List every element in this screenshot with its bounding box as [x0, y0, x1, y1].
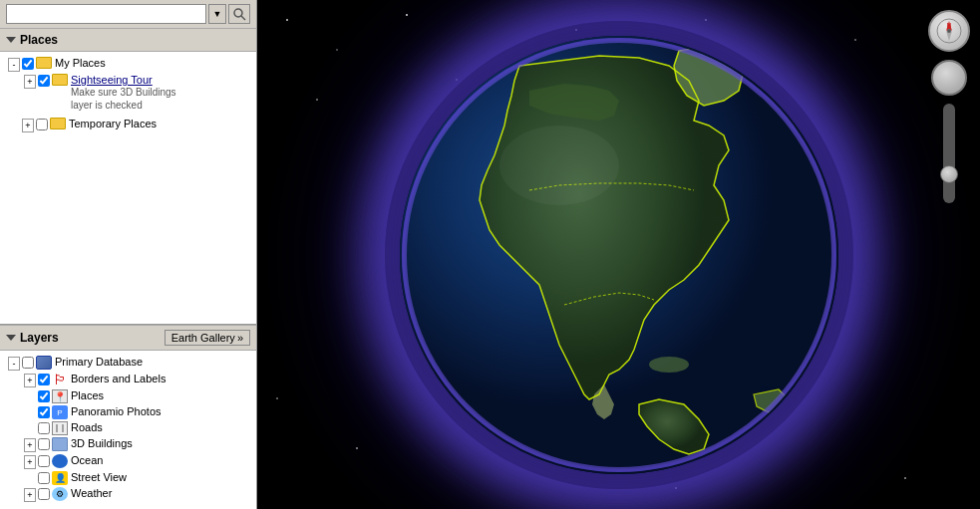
sightseeing-label[interactable]: Sightseeing Tour	[71, 74, 176, 86]
list-item: + 3D Buildings	[0, 436, 256, 453]
compass-icon: N	[935, 17, 963, 45]
primary-db-checkbox[interactable]	[22, 357, 34, 369]
places-section: Places - My Places + Sightseeing Tour Ma…	[0, 29, 256, 325]
places-layer-label[interactable]: Places	[71, 389, 104, 401]
list-item: + ⚙ Weather	[0, 486, 256, 503]
svg-point-26	[499, 126, 619, 205]
weather-icon: ⚙	[52, 487, 68, 501]
svg-point-23	[649, 357, 689, 373]
svg-point-18	[854, 39, 856, 41]
temp-places-folder-icon	[50, 118, 66, 129]
3d-icon	[52, 437, 68, 451]
sightseeing-checkbox[interactable]	[38, 75, 50, 87]
search-input[interactable]	[6, 4, 206, 24]
list-item: + Sightseeing Tour Make sure 3D Building…	[0, 73, 256, 113]
layers-content: - Primary Database + 🏳 Borders and Label…	[0, 351, 256, 507]
ocean-checkbox[interactable]	[38, 455, 50, 467]
places-label: Places	[20, 33, 58, 47]
layers-collapse-icon	[6, 335, 16, 341]
nav-circle[interactable]	[931, 60, 967, 96]
sightseeing-folder-icon	[52, 74, 68, 86]
primary-db-label[interactable]: Primary Database	[55, 356, 143, 368]
svg-point-0	[234, 9, 242, 17]
svg-point-15	[356, 447, 358, 449]
my-places-expand[interactable]: -	[8, 58, 20, 72]
borders-checkbox[interactable]	[38, 374, 50, 385]
svg-point-19	[904, 477, 906, 479]
search-go-btn[interactable]	[228, 4, 250, 24]
list-item: + Temporary Places	[0, 117, 256, 133]
weather-label[interactable]: Weather	[71, 487, 112, 499]
sightseeing-subtext: Make sure 3D Buildingslayer is checked	[71, 86, 176, 112]
borders-expand[interactable]: +	[24, 374, 36, 387]
globe[interactable]	[400, 36, 838, 474]
ocean-label[interactable]: Ocean	[71, 454, 103, 466]
svg-point-5	[286, 19, 288, 21]
panoramio-icon: P	[52, 405, 68, 419]
svg-line-1	[241, 16, 245, 20]
roads-label[interactable]: Roads	[71, 421, 103, 433]
places-header[interactable]: Places	[0, 29, 256, 52]
compass-button[interactable]: N	[928, 10, 970, 52]
earth-gallery-btn[interactable]: Earth Gallery »	[164, 330, 250, 346]
weather-checkbox[interactable]	[38, 488, 50, 500]
temp-places-checkbox[interactable]	[36, 119, 48, 130]
layers-section: Layers Earth Gallery » - Primary Databas…	[0, 325, 256, 509]
svg-point-6	[336, 49, 338, 51]
svg-point-12	[705, 19, 707, 21]
globe-map-svg	[400, 36, 838, 474]
svg-point-30	[947, 29, 951, 33]
weather-expand[interactable]: +	[24, 488, 36, 502]
panoramio-checkbox[interactable]	[38, 406, 50, 418]
borders-label[interactable]: Borders and Labels	[71, 373, 165, 384]
layers-header-left: Layers	[6, 331, 59, 345]
temp-places-label[interactable]: Temporary Places	[69, 118, 157, 129]
my-places-folder-icon	[36, 57, 52, 69]
sightseeing-expand[interactable]: +	[24, 75, 36, 89]
earth-gallery-arrow: »	[237, 332, 243, 344]
panoramio-label[interactable]: Panoramio Photos	[71, 405, 162, 417]
left-panel: ▼ Places - My Places +	[0, 0, 257, 509]
list-item: 👤 Street View	[0, 470, 256, 486]
globe-container[interactable]	[400, 36, 838, 474]
places-layer-checkbox[interactable]	[38, 390, 50, 402]
roads-icon	[52, 421, 68, 435]
primary-db-expand[interactable]: -	[8, 357, 20, 371]
list-item: 📍 Places	[0, 388, 256, 404]
zoom-thumb[interactable]	[940, 165, 958, 183]
svg-text:N: N	[947, 22, 951, 28]
earth-gallery-label: Earth Gallery	[171, 332, 235, 344]
list-item: Roads	[0, 420, 256, 436]
svg-point-14	[276, 397, 278, 399]
places-content: - My Places + Sightseeing Tour Make sure…	[0, 52, 256, 137]
svg-point-9	[316, 99, 318, 101]
primary-db-icon	[36, 356, 52, 370]
layers-label: Layers	[20, 331, 59, 345]
3d-checkbox[interactable]	[38, 438, 50, 450]
map-controls: N	[928, 10, 970, 203]
my-places-label[interactable]: My Places	[55, 57, 106, 69]
my-places-checkbox[interactable]	[22, 58, 34, 70]
street-view-checkbox[interactable]	[38, 472, 50, 484]
borders-icon: 🏳	[52, 373, 68, 386]
search-area: ▼	[0, 0, 256, 29]
list-item: - My Places	[0, 56, 256, 73]
layers-header: Layers Earth Gallery »	[0, 325, 256, 351]
roads-checkbox[interactable]	[38, 422, 50, 434]
svg-point-10	[575, 29, 577, 31]
3d-expand[interactable]: +	[24, 438, 36, 452]
zoom-track	[943, 104, 955, 203]
map-area[interactable]: N	[257, 0, 980, 509]
places-collapse-icon	[6, 37, 16, 43]
3d-label[interactable]: 3D Buildings	[71, 437, 133, 449]
list-item: - Primary Database	[0, 355, 256, 372]
street-view-label[interactable]: Street View	[71, 471, 127, 483]
temp-places-expand[interactable]: +	[22, 119, 34, 132]
search-dropdown-btn[interactable]: ▼	[208, 4, 226, 24]
list-item: + 🏳 Borders and Labels	[0, 372, 256, 388]
search-icon	[232, 7, 246, 21]
ocean-expand[interactable]: +	[24, 455, 36, 469]
list-item: P Panoramio Photos	[0, 404, 256, 420]
list-item: + Ocean	[0, 453, 256, 470]
svg-point-7	[406, 14, 408, 16]
